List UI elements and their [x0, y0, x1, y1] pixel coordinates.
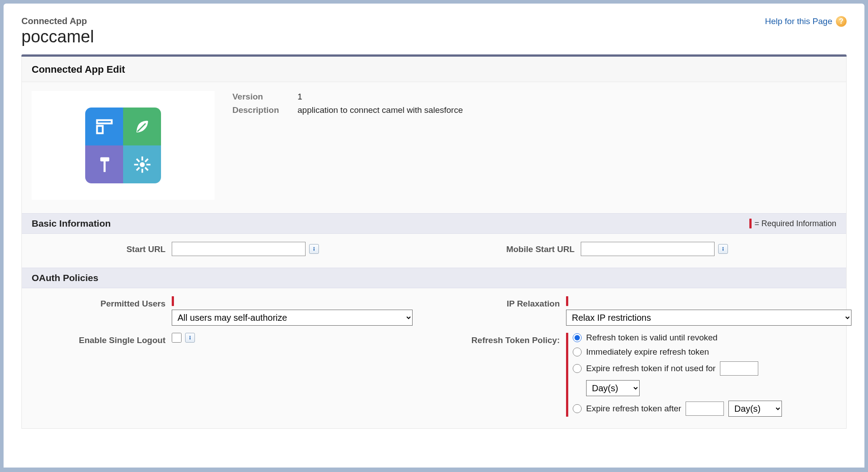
svg-point-5: [140, 162, 145, 167]
help-link[interactable]: Help for this Page ?: [765, 16, 847, 27]
svg-rect-0: [97, 120, 112, 123]
svg-rect-11: [190, 337, 190, 340]
radio-immediately-expire-input[interactable]: [573, 348, 582, 356]
svg-rect-1: [97, 126, 103, 133]
svg-rect-4: [100, 157, 109, 161]
page-container: Connected App poccamel Help for this Pag…: [4, 4, 864, 468]
row-refresh-token-policy: Refresh Token Policy: Refresh token is v…: [426, 333, 851, 417]
refresh-after-unit-select[interactable]: Day(s): [728, 401, 782, 417]
svg-point-10: [190, 336, 191, 337]
row-start-url: Start URL: [32, 242, 427, 256]
section-basic-title: Basic Information: [32, 218, 111, 229]
page-title: poccamel: [21, 27, 94, 46]
page-header: Connected App poccamel Help for this Pag…: [4, 4, 864, 54]
radio-expire-if-not-used: Expire refresh token if not used for: [573, 361, 782, 376]
radio-expire-after-input[interactable]: [573, 404, 582, 413]
radio-valid-until-revoked-input[interactable]: [573, 333, 582, 342]
row-ip-relaxation: IP Relaxation Relax IP restrictions: [426, 296, 851, 326]
breadcrumb: Connected App: [21, 16, 94, 26]
permitted-users-select[interactable]: All users may self-authorize: [172, 310, 413, 326]
info-fields: Version 1 Description application to con…: [232, 91, 836, 200]
version-value: 1: [298, 92, 302, 102]
radio-expire-if-not-used-label: Expire refresh token if not used for: [586, 364, 715, 373]
radio-expire-after: Expire refresh token after Day(s): [573, 401, 782, 417]
row-permitted-users: Permitted Users All users may self-autho…: [32, 296, 413, 326]
enable-single-logout-label: Enable Single Logout: [32, 333, 165, 345]
info-icon[interactable]: [718, 244, 728, 254]
required-bar-icon: [566, 296, 568, 306]
refresh-not-used-value-input[interactable]: [720, 361, 758, 376]
description-label: Description: [232, 105, 286, 115]
refresh-not-used-unit-select[interactable]: Day(s): [586, 380, 640, 396]
info-area: Version 1 Description application to con…: [22, 82, 846, 213]
help-link-label: Help for this Page: [765, 17, 832, 26]
tile-leaf-icon: [123, 108, 161, 145]
required-hint: = Required Information: [749, 219, 836, 228]
svg-rect-7: [314, 248, 314, 251]
refresh-not-used-unit-row: Day(s): [573, 380, 782, 396]
mobile-start-url-label: Mobile Start URL: [441, 242, 575, 254]
row-mobile-start-url: Mobile Start URL: [441, 242, 836, 256]
info-icon[interactable]: [309, 244, 319, 254]
required-hint-text: = Required Information: [754, 219, 836, 228]
radio-valid-until-revoked[interactable]: Refresh token is valid until revoked: [573, 333, 782, 343]
required-bar-icon: [749, 219, 752, 228]
radio-expire-after-label: Expire refresh token after: [586, 404, 681, 414]
refresh-token-policy-label: Refresh Token Policy:: [426, 333, 560, 345]
refresh-after-value-input[interactable]: [686, 402, 724, 416]
section-oauth-policies: OAuth Policies: [22, 268, 846, 288]
row-enable-single-logout: Enable Single Logout: [32, 333, 413, 417]
svg-point-8: [723, 247, 724, 248]
tile-layout-icon: [85, 108, 123, 145]
permitted-users-label: Permitted Users: [32, 296, 165, 309]
refresh-token-radio-group: Refresh token is valid until revoked Imm…: [573, 333, 782, 417]
app-logo-icon: [85, 108, 161, 183]
info-row-version: Version 1: [232, 92, 836, 102]
start-url-label: Start URL: [32, 242, 165, 254]
ip-relaxation-select[interactable]: Relax IP restrictions: [566, 310, 851, 326]
required-bar-icon: [172, 296, 174, 306]
radio-immediately-expire[interactable]: Immediately expire refresh token: [573, 347, 782, 357]
basic-form-grid: Start URL Mobile Start URL: [22, 234, 846, 268]
info-row-description: Description application to connect camel…: [232, 105, 836, 115]
svg-point-6: [314, 247, 315, 248]
page-header-left: Connected App poccamel: [21, 16, 94, 46]
start-url-input[interactable]: [172, 242, 306, 256]
help-icon: ?: [836, 16, 847, 27]
svg-rect-9: [723, 248, 723, 251]
edit-panel: Connected App Edit: [21, 57, 847, 429]
tile-hammer-icon: [85, 145, 123, 183]
description-value: application to connect camel with salesf…: [298, 105, 463, 115]
svg-rect-3: [103, 160, 106, 172]
mobile-start-url-input[interactable]: [581, 242, 715, 256]
ip-relaxation-label: IP Relaxation: [426, 296, 560, 309]
app-logo-box: [32, 91, 215, 200]
oauth-form-grid: Permitted Users All users may self-autho…: [22, 288, 846, 428]
enable-single-logout-checkbox[interactable]: [172, 333, 182, 343]
tile-compass-icon: [123, 145, 161, 183]
section-basic-information: Basic Information = Required Information: [22, 213, 846, 234]
info-icon[interactable]: [185, 333, 195, 343]
panel-title: Connected App Edit: [22, 57, 846, 82]
radio-immediately-expire-label: Immediately expire refresh token: [586, 347, 709, 357]
radio-valid-until-revoked-label: Refresh token is valid until revoked: [586, 333, 718, 343]
version-label: Version: [232, 92, 286, 102]
section-oauth-title: OAuth Policies: [32, 273, 98, 283]
radio-expire-if-not-used-input[interactable]: [573, 364, 582, 373]
